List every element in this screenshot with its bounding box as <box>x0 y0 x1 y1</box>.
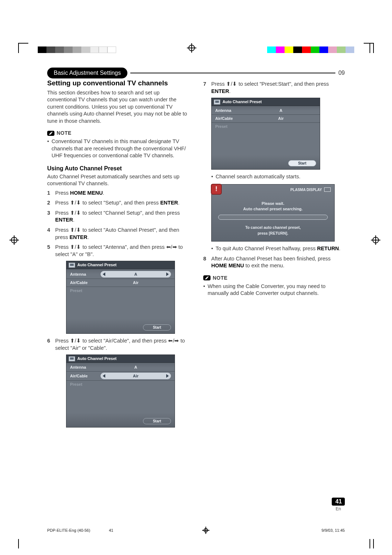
step-4: Press ⬆/⬇ to select "Auto Channel Preset… <box>47 227 189 241</box>
step-1: Press HOME MENU. <box>47 190 189 197</box>
osd-title: Auto Channel Preset <box>222 99 262 105</box>
print-file: PDP-ELITE-Eng (40-56) <box>47 528 90 532</box>
section-title: Setting up conventional TV channels <box>47 78 189 88</box>
chapter-header: Basic Adjustment Settings 09 <box>47 68 345 78</box>
antenna-selector[interactable]: A <box>101 271 171 278</box>
dialog-line2: Auto channel preset searching. <box>215 206 331 212</box>
pencil-icon <box>203 275 211 280</box>
start-button[interactable]: Start <box>143 418 171 425</box>
tv-icon <box>69 356 75 361</box>
step-8: After Auto Channel Preset has been finis… <box>203 255 345 270</box>
osd-panel-antenna: Auto Channel Preset Antenna A Air/CableA… <box>66 261 175 334</box>
page-number: 41 <box>332 498 345 506</box>
osd-panel-aircable: Auto Channel Preset AntennaA Air/Cable A… <box>66 355 175 428</box>
alert-icon: ! <box>211 184 222 195</box>
step-2: Press ⬆/⬇ to select "Setup", and then pr… <box>47 199 189 207</box>
osd-antenna-label: Antenna <box>70 272 97 277</box>
step-5: Press ⬆/⬇ to select "Antenna", and then … <box>47 244 189 334</box>
step-6: Press ⬆/⬇ to select "Air/Cable", and the… <box>47 337 189 428</box>
osd-antenna-label: Antenna <box>215 108 242 113</box>
note-header: NOTE <box>203 275 345 281</box>
chapter-number: 09 <box>338 70 345 76</box>
triangle-right-icon <box>166 374 169 378</box>
osd-aircable-label: Air/Cable <box>70 280 97 285</box>
osd-aircable-value: Air <box>246 116 316 121</box>
print-page: 41 <box>109 528 113 532</box>
page-lang: En <box>332 506 345 511</box>
right-column: Press ⬆/⬇ to select "Preset:Start", and … <box>203 78 345 431</box>
registration-bottom <box>18 539 374 548</box>
dialog-brand: PLASMA DISPLAY <box>290 187 322 193</box>
bullet-quit: To quit Auto Channel Preset halfway, pre… <box>211 245 345 252</box>
osd-title: Auto Channel Preset <box>77 262 117 268</box>
note2-text: When using the Cable Converter, you may … <box>203 283 345 297</box>
note-header: NOTE <box>47 130 189 137</box>
registration-top <box>0 43 392 53</box>
registration-mark-icon <box>203 527 209 533</box>
osd-aircable-label: Air/Cable <box>215 116 242 121</box>
print-timestamp: 9/9/03, 11:45 <box>322 528 345 532</box>
subsection-title: Using Auto Channel Preset <box>47 165 189 173</box>
progress-bar <box>218 215 328 220</box>
triangle-left-icon <box>103 374 105 378</box>
aircable-selector[interactable]: Air <box>101 373 171 379</box>
osd-antenna-value: A <box>101 365 171 370</box>
page-number-block: 41 En <box>332 498 345 511</box>
note-label: NOTE <box>57 130 72 137</box>
note-label: NOTE <box>213 275 228 281</box>
osd-antenna-value: A <box>246 108 316 113</box>
color-swatch <box>267 46 354 53</box>
gray-swatch <box>38 46 116 53</box>
osd-antenna-label: Antenna <box>70 365 97 370</box>
pencil-icon <box>47 131 54 136</box>
note-text: Conventional TV channels in this manual … <box>47 138 189 159</box>
triangle-right-icon <box>166 272 169 276</box>
osd-aircable-value: Air <box>101 280 171 285</box>
tv-icon <box>69 263 75 268</box>
progress-dialog: ! PLASMA DISPLAY Please wait. Auto chann… <box>211 184 335 242</box>
osd-preset-label: Preset <box>70 288 97 293</box>
chapter-title: Basic Adjustment Settings <box>54 70 121 76</box>
registration-mark-icon <box>372 236 382 246</box>
triangle-left-icon <box>103 272 105 276</box>
osd-aircable-label: Air/Cable <box>70 373 97 379</box>
osd-title: Auto Channel Preset <box>77 356 117 361</box>
step-7: Press ⬆/⬇ to select "Preset:Start", and … <box>203 81 345 252</box>
osd-panel-preset: Auto Channel Preset AntennaA Air/CableAi… <box>211 98 320 170</box>
bullet-search-starts: Channel search automatically starts. <box>211 173 345 181</box>
manual-page: Basic Adjustment Settings 09 Setting up … <box>0 0 392 555</box>
tv-icon <box>214 100 220 105</box>
start-button[interactable]: Start <box>288 160 316 167</box>
screen-icon <box>324 187 331 192</box>
registration-mark-icon <box>188 44 196 52</box>
dialog-cancel1: To cancel auto channel preset, <box>215 225 331 231</box>
left-column: Setting up conventional TV channels This… <box>47 78 189 431</box>
start-button[interactable]: Start <box>143 324 171 331</box>
dialog-cancel2: press [RETURN]. <box>215 231 331 236</box>
steps-list: Press HOME MENU. Press ⬆/⬇ to select "Se… <box>47 190 189 428</box>
registration-mark-icon <box>10 236 20 246</box>
step-3: Press ⬆/⬇ to select "Channel Setup", and… <box>47 210 189 224</box>
print-footer: PDP-ELITE-Eng (40-56) 41 9/9/03, 11:45 <box>47 527 345 533</box>
section-intro: This section describes how to search and… <box>47 89 189 125</box>
page-content: Basic Adjustment Settings 09 Setting up … <box>47 68 345 497</box>
subsection-intro: Auto Channel Preset automatically search… <box>47 173 189 187</box>
osd-preset-label: Preset <box>70 382 97 387</box>
osd-preset-label: Preset <box>215 124 242 129</box>
dialog-line1: Please wait. <box>215 201 331 206</box>
